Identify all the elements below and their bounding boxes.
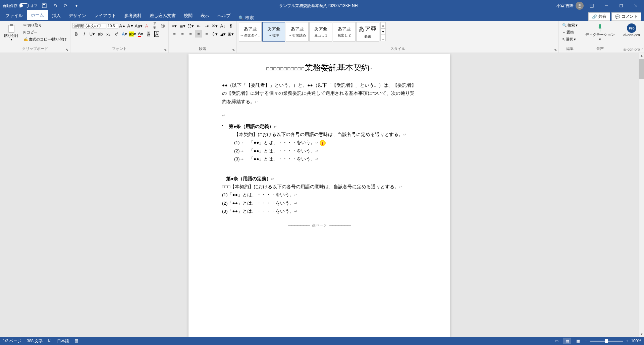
strikethrough-button[interactable]: ab — [97, 30, 104, 38]
style-item-0[interactable]: あア亜→ 条文タイ... — [239, 22, 262, 42]
bold-button[interactable]: B — [72, 30, 80, 38]
find-button[interactable]: 🔍検索▾ — [561, 22, 579, 28]
format-painter-button[interactable]: ✍書式のコピー/貼り付け — [22, 36, 68, 43]
save-button[interactable] — [40, 2, 48, 10]
text-effects-button[interactable]: A▾ — [121, 30, 128, 38]
paste-button[interactable]: 貼り付け ▼ — [2, 22, 21, 43]
enclose-characters-button[interactable]: ㊕ — [159, 22, 166, 29]
style-gallery: あア亜→ 条文タイ... あア亜→ 標準 あア亜→ 行間詰め あア亜見出し 1 … — [239, 22, 379, 42]
style-name: → 条文タイ... — [240, 33, 261, 38]
style-name: 表題 — [364, 34, 371, 39]
tab-file[interactable]: ファイル — [1, 11, 27, 21]
user-account[interactable]: 小室 吉隆 — [556, 2, 584, 10]
highlight-button[interactable]: ab▾ — [129, 30, 136, 38]
style-preview: あア亜 — [338, 26, 351, 32]
line-spacing-button[interactable]: ⇕▾ — [211, 30, 218, 38]
style-item-4[interactable]: あア亜見出し 2 — [333, 22, 356, 42]
group-clipboard-label: クリップボード — [2, 46, 68, 52]
increase-font-button[interactable]: A▲ — [119, 22, 126, 29]
change-case-button[interactable]: Aa▾ — [135, 22, 142, 29]
tab-design[interactable]: デザイン — [65, 11, 90, 21]
tab-layout[interactable]: レイアウト — [90, 11, 120, 21]
underline-button[interactable]: U▾ — [89, 30, 96, 38]
asian-layout-button[interactable]: ✕▾ — [211, 22, 218, 29]
format-painter-label: 書式のコピー/貼り付け — [29, 37, 67, 42]
align-right-button[interactable]: ≡ — [187, 30, 194, 38]
replace-button[interactable]: ↔置換 — [561, 29, 579, 36]
autosave-toggle[interactable]: 自動保存 オフ — [3, 3, 38, 8]
svg-rect-6 — [620, 4, 623, 7]
share-button[interactable]: 🔗共有 — [588, 12, 610, 21]
ribbon-display-button[interactable] — [585, 0, 598, 11]
tab-home[interactable]: ホーム — [27, 10, 48, 21]
tab-help[interactable]: ヘルプ — [213, 11, 234, 21]
svg-rect-9 — [9, 25, 14, 32]
subscript-button[interactable]: x₂ — [105, 30, 112, 38]
phonetic-guide-button[interactable]: ア亜 — [151, 22, 158, 29]
tab-review[interactable]: 校閲 — [180, 11, 197, 21]
cut-button[interactable]: ✂切り取り — [22, 22, 68, 28]
style-name: 見出し 2 — [338, 33, 351, 38]
borders-button[interactable]: ⊞▾ — [227, 30, 234, 38]
tab-view[interactable]: 表示 — [197, 11, 213, 21]
align-left-button[interactable]: ≡ — [171, 30, 178, 38]
clipboard-launcher[interactable]: ⬊ — [65, 47, 69, 52]
search-box[interactable]: 🔍 検索 — [238, 15, 254, 21]
undo-button[interactable] — [51, 2, 59, 10]
style-item-1[interactable]: あア亜→ 標準 — [262, 22, 285, 42]
show-marks-button[interactable]: ¶ — [227, 22, 234, 29]
copy-icon: ⎘ — [23, 30, 26, 34]
align-center-button[interactable]: ≡ — [179, 30, 186, 38]
addin-button[interactable]: Pro ai-con-pro — [621, 22, 642, 38]
brush-icon: ✍ — [23, 37, 28, 42]
user-name: 小室 吉隆 — [556, 3, 574, 9]
numbering-button[interactable]: ≣▾ — [179, 22, 186, 29]
redo-button[interactable] — [62, 2, 70, 10]
avatar-icon — [576, 2, 584, 10]
font-color-button[interactable]: A▾ — [137, 30, 144, 38]
multilevel-list-button[interactable]: ☷▾ — [187, 22, 194, 29]
superscript-button[interactable]: x² — [113, 30, 120, 38]
copy-button[interactable]: ⎘コピー — [22, 29, 68, 36]
style-item-2[interactable]: あア亜→ 行間詰め — [286, 22, 309, 42]
minimize-button[interactable] — [600, 0, 613, 11]
maximize-button[interactable] — [614, 0, 628, 11]
autosave-switch-icon — [19, 3, 29, 8]
distributed-button[interactable]: ≡ — [203, 30, 210, 38]
gallery-up-button[interactable]: ▲ — [380, 22, 386, 28]
select-button[interactable]: ↖選択▾ — [561, 36, 579, 43]
character-shading-button[interactable]: A — [145, 30, 152, 38]
paragraph-launcher[interactable]: ⬊ — [231, 47, 236, 52]
italic-button[interactable]: I — [80, 30, 88, 38]
svg-point-2 — [579, 4, 581, 6]
autosave-label: 自動保存 — [3, 3, 17, 8]
comment-button[interactable]: 💬コメント — [611, 12, 641, 21]
justify-button[interactable]: ≡ — [195, 30, 202, 38]
sort-button[interactable]: A↓ — [219, 22, 226, 29]
group-styles: あア亜→ 条文タイ... あア亜→ 標準 あア亜→ 行間詰め あア亜見出し 1 … — [237, 21, 559, 53]
bullets-button[interactable]: ≡▾ — [171, 22, 178, 29]
svg-rect-0 — [42, 4, 46, 8]
font-name-select[interactable] — [72, 23, 106, 28]
tab-insert[interactable]: 挿入 — [48, 11, 65, 21]
gallery-more-button[interactable]: ⎯ — [380, 35, 386, 41]
tab-mailings[interactable]: 差し込み文書 — [146, 11, 180, 21]
collapse-ribbon-button[interactable]: ^ — [642, 48, 643, 52]
tab-references[interactable]: 参考資料 — [120, 11, 146, 21]
gallery-down-button[interactable]: ▼ — [380, 28, 386, 35]
style-item-5[interactable]: あア亜表題 — [356, 22, 379, 42]
font-size-select[interactable] — [107, 23, 118, 28]
decrease-font-button[interactable]: A▼ — [127, 22, 134, 29]
autosave-state: オフ — [30, 3, 38, 8]
clear-formatting-button[interactable]: A — [143, 22, 150, 29]
character-border-button[interactable]: A — [153, 30, 160, 38]
styles-launcher[interactable]: ⬊ — [553, 47, 558, 52]
qat-customize-button[interactable]: ▾ — [72, 2, 80, 10]
dictate-button[interactable]: ディクテーション▾ — [583, 22, 617, 43]
font-launcher[interactable]: ⬊ — [163, 47, 168, 52]
increase-indent-button[interactable]: ⇥ — [203, 22, 210, 29]
decrease-indent-button[interactable]: ⇤ — [195, 22, 202, 29]
style-item-3[interactable]: あア亜見出し 1 — [309, 22, 332, 42]
shading-button[interactable]: ◢▾ — [219, 30, 226, 38]
close-button[interactable] — [629, 0, 643, 11]
